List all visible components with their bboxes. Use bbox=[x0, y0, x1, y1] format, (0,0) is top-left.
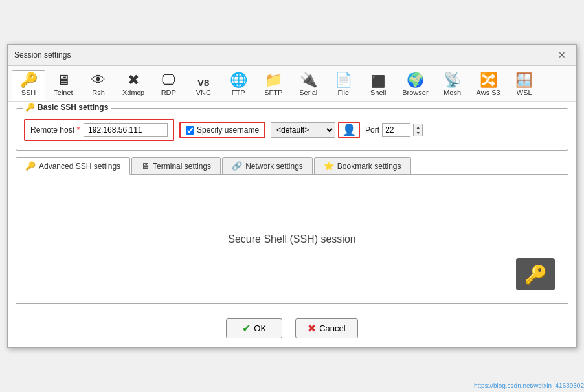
port-spinner: ▲ ▼ bbox=[413, 124, 423, 136]
tab-bookmark[interactable]: ⭐ Bookmark settings bbox=[314, 157, 411, 174]
tab-label-advanced-ssh: Advanced SSH settings bbox=[39, 162, 120, 171]
vnc-icon: V8 bbox=[197, 78, 209, 87]
section-title-icon: 🔑 bbox=[25, 103, 35, 112]
toolbar-label-telnet: Telnet bbox=[54, 89, 73, 96]
toolbar-label-ftp: FTP bbox=[232, 89, 245, 96]
toolbar-label-sftp: SFTP bbox=[264, 89, 282, 96]
settings-tabs: 🔑 Advanced SSH settings 🖥 Terminal setti… bbox=[16, 157, 568, 175]
port-group: Port ▲ ▼ bbox=[365, 123, 423, 137]
tab-network[interactable]: 🔗 Network settings bbox=[222, 157, 313, 174]
toolbar-item-ftp[interactable]: 🌐 FTP bbox=[221, 70, 255, 101]
shell-icon: ⬛ bbox=[371, 76, 385, 87]
toolbar-item-mosh[interactable]: 📡 Mosh bbox=[436, 70, 469, 101]
rdp-icon: 🖵 bbox=[161, 73, 175, 87]
title-bar: Session settings ✕ bbox=[8, 45, 576, 66]
toolbar-label-wsl: WSL bbox=[517, 89, 532, 96]
toolbar-item-wsl[interactable]: 🪟 WSL bbox=[508, 70, 541, 101]
xdmcp-icon: ✖ bbox=[128, 73, 139, 87]
remote-host-input[interactable] bbox=[84, 123, 168, 137]
awss3-icon: 🔀 bbox=[480, 73, 497, 87]
rsh-icon: 👁 bbox=[91, 73, 106, 87]
toolbar-item-serial[interactable]: 🔌 Serial bbox=[291, 70, 325, 101]
ok-icon: ✔ bbox=[242, 322, 251, 334]
file-icon: 📄 bbox=[335, 73, 352, 87]
section-title: 🔑 Basic SSH settings bbox=[23, 103, 111, 112]
specify-username-label: Specify username bbox=[197, 125, 259, 135]
toolbar-label-awss3: Aws S3 bbox=[477, 89, 500, 96]
toolbar-label-ssh: SSH bbox=[21, 89, 36, 96]
specify-username-checkbox[interactable] bbox=[186, 126, 194, 135]
toolbar-item-ssh[interactable]: 🔑 SSH bbox=[12, 70, 45, 101]
remote-host-label: Remote host * bbox=[30, 125, 80, 135]
ftp-icon: 🌐 bbox=[230, 73, 247, 87]
toolbar-item-rsh[interactable]: 👁 Rsh bbox=[82, 70, 115, 101]
required-star: * bbox=[76, 125, 80, 135]
toolbar-label-serial: Serial bbox=[299, 89, 317, 96]
cancel-icon: ✖ bbox=[308, 322, 316, 334]
username-select[interactable]: <default> root admin bbox=[271, 122, 335, 138]
username-select-group: <default> root admin 👤 bbox=[271, 122, 360, 138]
toolbar-label-rsh: Rsh bbox=[92, 89, 105, 96]
toolbar-item-xdmcp[interactable]: ✖ Xdmcp bbox=[117, 70, 150, 101]
ok-button[interactable]: ✔ OK bbox=[226, 318, 282, 338]
toolbar-item-rdp[interactable]: 🖵 RDP bbox=[152, 70, 185, 101]
cancel-label: Cancel bbox=[319, 323, 345, 333]
basic-settings-row: Remote host * Specify username <default>… bbox=[24, 119, 560, 141]
remote-host-field-group: Remote host * bbox=[24, 119, 174, 141]
toolbar-label-file: File bbox=[337, 89, 349, 96]
toolbar-item-sftp[interactable]: 📁 SFTP bbox=[256, 70, 290, 101]
port-decrement-button[interactable]: ▼ bbox=[414, 130, 422, 136]
session-settings-dialog: Session settings ✕ 🔑 SSH 🖥 Telnet 👁 Rsh … bbox=[7, 44, 577, 348]
dialog-footer: ✔ OK ✖ Cancel bbox=[8, 310, 576, 347]
toolbar-item-file[interactable]: 📄 File bbox=[326, 70, 360, 101]
wsl-icon: 🪟 bbox=[515, 73, 533, 87]
telnet-icon: 🖥 bbox=[56, 73, 71, 87]
session-description: Secure Shell (SSH) session bbox=[228, 234, 355, 245]
port-increment-button[interactable]: ▲ bbox=[414, 124, 422, 130]
toolbar: 🔑 SSH 🖥 Telnet 👁 Rsh ✖ Xdmcp 🖵 RDP V8 VN… bbox=[8, 66, 576, 102]
port-input[interactable] bbox=[382, 123, 410, 137]
toolbar-label-rdp: RDP bbox=[161, 89, 176, 96]
dialog-content: 🔑 Basic SSH settings Remote host * Speci… bbox=[8, 102, 576, 310]
toolbar-item-vnc[interactable]: V8 VNC bbox=[186, 70, 220, 101]
advanced-ssh-tab-icon: 🔑 bbox=[25, 161, 36, 171]
cancel-button[interactable]: ✖ Cancel bbox=[295, 318, 357, 338]
sftp-icon: 📁 bbox=[265, 73, 282, 87]
tab-advanced-ssh[interactable]: 🔑 Advanced SSH settings bbox=[16, 157, 130, 175]
user-avatar-icon: 👤 bbox=[342, 124, 356, 136]
main-content-area: Secure Shell (SSH) session 🔑 bbox=[16, 175, 568, 304]
terminal-tab-icon: 🖥 bbox=[141, 161, 150, 171]
tab-label-network: Network settings bbox=[245, 162, 303, 171]
toolbar-item-shell[interactable]: ⬛ Shell bbox=[361, 70, 395, 101]
watermark: https://blog.csdn.net/weixin_41639302 bbox=[474, 382, 584, 389]
toolbar-label-browser: Browser bbox=[402, 89, 428, 96]
toolbar-label-mosh: Mosh bbox=[444, 89, 461, 96]
ssh-icon: 🔑 bbox=[20, 73, 38, 87]
toolbar-item-awss3[interactable]: 🔀 Aws S3 bbox=[471, 70, 506, 101]
toolbar-item-browser[interactable]: 🌍 Browser bbox=[396, 70, 434, 101]
ok-label: OK bbox=[254, 323, 266, 333]
tabs-area: 🔑 Advanced SSH settings 🖥 Terminal setti… bbox=[16, 157, 568, 304]
tab-terminal[interactable]: 🖥 Terminal settings bbox=[131, 157, 221, 174]
toolbar-label-xdmcp: Xdmcp bbox=[122, 89, 144, 96]
mosh-icon: 📡 bbox=[444, 73, 461, 87]
key-icon: 🔑 bbox=[524, 264, 547, 285]
bookmark-tab-icon: ⭐ bbox=[324, 161, 334, 171]
port-label: Port bbox=[365, 125, 379, 135]
serial-icon: 🔌 bbox=[300, 73, 317, 87]
browser-icon: 🌍 bbox=[407, 73, 424, 87]
toolbar-label-vnc: VNC bbox=[196, 89, 211, 96]
toolbar-label-shell: Shell bbox=[370, 89, 386, 96]
specify-username-group: Specify username bbox=[179, 122, 265, 138]
tab-label-terminal: Terminal settings bbox=[153, 162, 211, 171]
basic-ssh-settings-section: 🔑 Basic SSH settings Remote host * Speci… bbox=[16, 108, 568, 151]
network-tab-icon: 🔗 bbox=[232, 161, 242, 171]
username-icon-button[interactable]: 👤 bbox=[338, 122, 360, 138]
dialog-title: Session settings bbox=[14, 50, 71, 60]
toolbar-item-telnet[interactable]: 🖥 Telnet bbox=[47, 70, 80, 101]
key-icon-box: 🔑 bbox=[516, 258, 555, 290]
tab-label-bookmark: Bookmark settings bbox=[337, 162, 401, 171]
close-button[interactable]: ✕ bbox=[554, 49, 570, 61]
